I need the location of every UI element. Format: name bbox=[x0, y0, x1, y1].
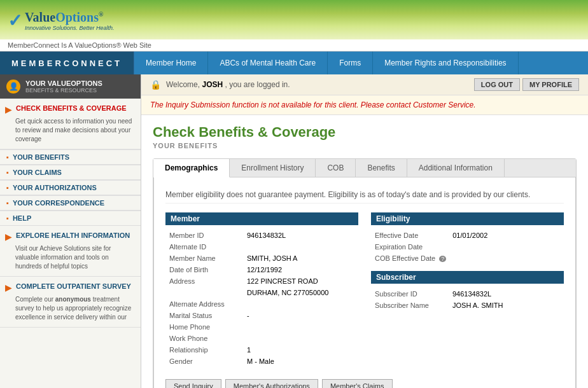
tab-content: Member eligibility does not guarantee pa… bbox=[153, 177, 576, 388]
sub-name-label: Subscriber Name bbox=[372, 300, 449, 310]
question-mark-icon[interactable]: ? bbox=[439, 256, 446, 262]
sidebar-help[interactable]: ▪ HELP bbox=[0, 211, 141, 225]
user-icon: 👤 bbox=[6, 80, 20, 94]
eligibility-section-title: Eligibility bbox=[371, 212, 564, 225]
table-row: Gender M - Male bbox=[167, 356, 357, 366]
exp-date-value bbox=[450, 242, 563, 252]
table-row: Alternate ID bbox=[167, 242, 357, 252]
subscriber-table: Subscriber ID 946134832L Subscriber Name… bbox=[371, 288, 564, 312]
sidebar-check-benefits-title: CHECK BENEFITS & COVERAGE bbox=[16, 104, 127, 113]
member-name-label: Member Name bbox=[167, 253, 243, 263]
sidebar-your-authorizations[interactable]: ▪ YOUR AUTHORIZATIONS bbox=[0, 180, 141, 195]
sidebar-section-check-benefits: ▶ CHECK BENEFITS & COVERAGE Get quick ac… bbox=[0, 99, 141, 149]
relationship-value: 1 bbox=[244, 345, 357, 355]
square-icon2: ▪ bbox=[6, 169, 9, 176]
eff-date-value: 01/01/2002 bbox=[450, 230, 563, 240]
sidebar-section-correspondence: ▪ YOUR CORRESPONDENCE bbox=[0, 195, 141, 211]
tab-demographics[interactable]: Demographics bbox=[153, 159, 230, 177]
dob-label: Date of Birth bbox=[167, 265, 243, 275]
table-row: Marital Status - bbox=[167, 310, 357, 321]
table-row: Date of Birth 12/12/1992 bbox=[167, 265, 357, 275]
address2-label bbox=[167, 288, 243, 298]
sidebar-explore-title: EXPLORE HEALTH INFORMATION bbox=[16, 231, 130, 240]
sidebar-explore[interactable]: ▶ EXPLORE HEALTH INFORMATION bbox=[0, 226, 141, 244]
info-grid: Member Member ID 946134832L Alternate ID bbox=[165, 212, 564, 368]
logo-check-icon: ✓ bbox=[8, 10, 22, 31]
table-row: Effective Date 01/01/2002 bbox=[372, 230, 563, 240]
logo-text: ValueOptions® bbox=[25, 10, 115, 25]
tab-benefits[interactable]: Benefits bbox=[356, 159, 407, 177]
sidebar-survey[interactable]: ▶ COMPLETE OUTPATIENT SURVEY bbox=[0, 277, 141, 295]
top-bar-buttons: LOG OUT MY PROFILE bbox=[474, 78, 579, 91]
sidebar-your-claims[interactable]: ▪ YOUR CLAIMS bbox=[0, 165, 141, 179]
relationship-label: Relationship bbox=[167, 345, 243, 355]
tab-cob[interactable]: COB bbox=[316, 159, 356, 177]
sub-id-label: Subscriber ID bbox=[372, 289, 449, 299]
sidebar-survey-desc: Complete our anonymous treatment survey … bbox=[0, 295, 141, 327]
table-row: DURHAM, NC 277050000 bbox=[167, 288, 357, 298]
table-row: COB Effective Date ? bbox=[372, 253, 563, 263]
eligibility-section: Eligibility Effective Date 01/01/2002 Ex… bbox=[371, 212, 564, 368]
members-claims-button[interactable]: Member's Claims bbox=[322, 379, 393, 388]
dob-value: 12/12/1992 bbox=[244, 265, 357, 275]
arrow-right-icon2: ▶ bbox=[5, 232, 12, 242]
alt-address-value bbox=[244, 299, 357, 309]
welcome-area: 🔒 Welcome, JOSH , you are logged in. bbox=[150, 80, 290, 90]
nav-forms[interactable]: Forms bbox=[328, 52, 373, 74]
my-profile-button[interactable]: MY PROFILE bbox=[522, 78, 579, 91]
square-icon3: ▪ bbox=[6, 184, 9, 191]
member-section: Member Member ID 946134832L Alternate ID bbox=[165, 212, 358, 368]
sidebar-your-benefits[interactable]: ▪ YOUR BENEFITS bbox=[0, 149, 141, 164]
table-row: Work Phone bbox=[167, 333, 357, 343]
nav-brand: MEMBERCONNECT bbox=[0, 52, 134, 74]
eligibility-note: Member eligibility does not guarantee pa… bbox=[165, 186, 564, 204]
sidebar-section-authorizations: ▪ YOUR AUTHORIZATIONS bbox=[0, 180, 141, 195]
lock-icon: 🔒 bbox=[150, 80, 161, 90]
sidebar-survey-title: COMPLETE OUTPATIENT SURVEY bbox=[16, 282, 131, 291]
members-authorizations-button[interactable]: Member's Authorizations bbox=[225, 379, 318, 388]
nav-abcs[interactable]: ABCs of Mental Health Care bbox=[208, 52, 328, 74]
tabs-row: Demographics Enrollment History COB Bene… bbox=[153, 159, 576, 177]
tab-enrollment-history[interactable]: Enrollment History bbox=[230, 159, 316, 177]
header: ✓ ValueOptions® Innovative Solutions. Be… bbox=[0, 0, 588, 39]
logout-button[interactable]: LOG OUT bbox=[474, 78, 520, 91]
send-inquiry-button[interactable]: Send Inquiry bbox=[165, 379, 221, 388]
member-name-value: SMITH, JOSH A bbox=[244, 253, 357, 263]
table-row: Subscriber ID 946134832L bbox=[372, 289, 563, 299]
table-row: Member ID 946134832L bbox=[167, 230, 357, 240]
tabs-container: Demographics Enrollment History COB Bene… bbox=[153, 158, 577, 388]
top-bar: 🔒 Welcome, JOSH , you are logged in. LOG… bbox=[141, 74, 588, 95]
sidebar-check-benefits[interactable]: ▶ CHECK BENEFITS & COVERAGE bbox=[0, 99, 141, 117]
cob-eff-label: COB Effective Date ? bbox=[372, 253, 449, 263]
sidebar-section-your-benefits: ▪ YOUR BENEFITS bbox=[0, 149, 141, 165]
alternate-id-label: Alternate ID bbox=[167, 242, 243, 252]
table-row: Subscriber Name JOSH A. SMITH bbox=[372, 300, 563, 310]
eligibility-table: Effective Date 01/01/2002 Expiration Dat… bbox=[371, 229, 564, 265]
square-icon5: ▪ bbox=[6, 214, 9, 222]
table-row: Home Phone bbox=[167, 322, 357, 332]
main-nav: MEMBERCONNECT Member Home ABCs of Mental… bbox=[0, 52, 588, 74]
marital-value: - bbox=[244, 310, 357, 321]
address-value: 122 PINCREST ROAD bbox=[244, 276, 357, 286]
welcome-text: Welcome, JOSH , you are logged in. bbox=[166, 80, 290, 89]
sidebar-explore-desc: Visit our Achieve Solutions site for val… bbox=[0, 244, 141, 276]
gender-label: Gender bbox=[167, 356, 243, 366]
member-id-value: 946134832L bbox=[244, 230, 357, 240]
table-row: Expiration Date bbox=[372, 242, 563, 252]
square-icon4: ▪ bbox=[6, 199, 9, 207]
tab-additional-info[interactable]: Additional Information bbox=[407, 159, 505, 177]
square-icon: ▪ bbox=[6, 153, 9, 161]
address-label: Address bbox=[167, 276, 243, 286]
sidebar: 👤 YOUR VALUEOPTIONS BENEFITS & RESOURCES… bbox=[0, 74, 141, 388]
sub-id-value: 946134832L bbox=[450, 289, 563, 299]
nav-member-home[interactable]: Member Home bbox=[134, 52, 208, 74]
sidebar-section-survey: ▶ COMPLETE OUTPATIENT SURVEY Complete ou… bbox=[0, 277, 141, 328]
sidebar-your-correspondence[interactable]: ▪ YOUR CORRESPONDENCE bbox=[0, 195, 141, 210]
page-content: Check Benefits & Coverage YOUR BENEFITS … bbox=[141, 115, 588, 388]
member-section-title: Member bbox=[165, 212, 358, 225]
table-row: Relationship 1 bbox=[167, 345, 357, 355]
address2-value: DURHAM, NC 277050000 bbox=[244, 288, 357, 298]
nav-rights[interactable]: Member Rights and Responsibilities bbox=[373, 52, 518, 74]
main-content: 🔒 Welcome, JOSH , you are logged in. LOG… bbox=[141, 74, 588, 388]
alt-address-label: Alternate Address bbox=[167, 299, 243, 309]
